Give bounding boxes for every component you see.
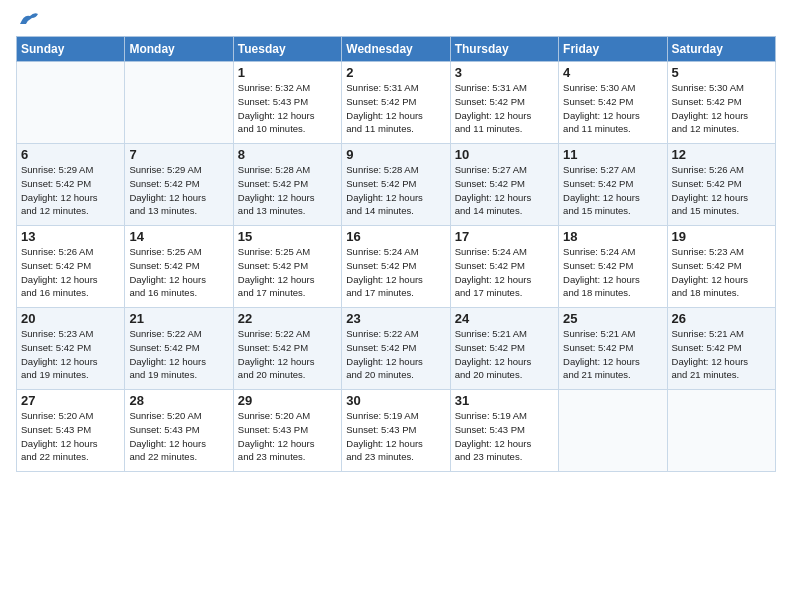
calendar-cell: 17Sunrise: 5:24 AM Sunset: 5:42 PM Dayli… xyxy=(450,226,558,308)
calendar-cell: 2Sunrise: 5:31 AM Sunset: 5:42 PM Daylig… xyxy=(342,62,450,144)
day-number: 19 xyxy=(672,229,771,244)
day-number: 1 xyxy=(238,65,337,80)
day-info: Sunrise: 5:22 AM Sunset: 5:42 PM Dayligh… xyxy=(129,327,228,382)
day-info: Sunrise: 5:29 AM Sunset: 5:42 PM Dayligh… xyxy=(129,163,228,218)
col-header-tuesday: Tuesday xyxy=(233,37,341,62)
calendar-cell: 8Sunrise: 5:28 AM Sunset: 5:42 PM Daylig… xyxy=(233,144,341,226)
day-info: Sunrise: 5:30 AM Sunset: 5:42 PM Dayligh… xyxy=(563,81,662,136)
day-info: Sunrise: 5:31 AM Sunset: 5:42 PM Dayligh… xyxy=(346,81,445,136)
col-header-friday: Friday xyxy=(559,37,667,62)
calendar-cell: 3Sunrise: 5:31 AM Sunset: 5:42 PM Daylig… xyxy=(450,62,558,144)
day-number: 6 xyxy=(21,147,120,162)
calendar-cell xyxy=(559,390,667,472)
day-info: Sunrise: 5:19 AM Sunset: 5:43 PM Dayligh… xyxy=(455,409,554,464)
calendar-cell: 7Sunrise: 5:29 AM Sunset: 5:42 PM Daylig… xyxy=(125,144,233,226)
page: SundayMondayTuesdayWednesdayThursdayFrid… xyxy=(0,0,792,612)
day-number: 30 xyxy=(346,393,445,408)
day-info: Sunrise: 5:20 AM Sunset: 5:43 PM Dayligh… xyxy=(21,409,120,464)
calendar-cell: 29Sunrise: 5:20 AM Sunset: 5:43 PM Dayli… xyxy=(233,390,341,472)
calendar: SundayMondayTuesdayWednesdayThursdayFrid… xyxy=(16,36,776,472)
day-number: 29 xyxy=(238,393,337,408)
day-info: Sunrise: 5:24 AM Sunset: 5:42 PM Dayligh… xyxy=(346,245,445,300)
col-header-saturday: Saturday xyxy=(667,37,775,62)
day-info: Sunrise: 5:27 AM Sunset: 5:42 PM Dayligh… xyxy=(563,163,662,218)
day-info: Sunrise: 5:28 AM Sunset: 5:42 PM Dayligh… xyxy=(238,163,337,218)
calendar-cell: 14Sunrise: 5:25 AM Sunset: 5:42 PM Dayli… xyxy=(125,226,233,308)
calendar-cell xyxy=(667,390,775,472)
calendar-cell: 31Sunrise: 5:19 AM Sunset: 5:43 PM Dayli… xyxy=(450,390,558,472)
logo xyxy=(16,10,40,28)
day-info: Sunrise: 5:20 AM Sunset: 5:43 PM Dayligh… xyxy=(238,409,337,464)
day-info: Sunrise: 5:22 AM Sunset: 5:42 PM Dayligh… xyxy=(238,327,337,382)
calendar-cell: 12Sunrise: 5:26 AM Sunset: 5:42 PM Dayli… xyxy=(667,144,775,226)
calendar-cell: 25Sunrise: 5:21 AM Sunset: 5:42 PM Dayli… xyxy=(559,308,667,390)
day-info: Sunrise: 5:23 AM Sunset: 5:42 PM Dayligh… xyxy=(672,245,771,300)
calendar-header-row: SundayMondayTuesdayWednesdayThursdayFrid… xyxy=(17,37,776,62)
day-number: 4 xyxy=(563,65,662,80)
calendar-cell: 6Sunrise: 5:29 AM Sunset: 5:42 PM Daylig… xyxy=(17,144,125,226)
calendar-cell: 26Sunrise: 5:21 AM Sunset: 5:42 PM Dayli… xyxy=(667,308,775,390)
day-info: Sunrise: 5:24 AM Sunset: 5:42 PM Dayligh… xyxy=(455,245,554,300)
day-number: 16 xyxy=(346,229,445,244)
day-number: 5 xyxy=(672,65,771,80)
day-number: 27 xyxy=(21,393,120,408)
day-number: 20 xyxy=(21,311,120,326)
day-number: 2 xyxy=(346,65,445,80)
day-info: Sunrise: 5:27 AM Sunset: 5:42 PM Dayligh… xyxy=(455,163,554,218)
calendar-cell: 21Sunrise: 5:22 AM Sunset: 5:42 PM Dayli… xyxy=(125,308,233,390)
calendar-cell: 5Sunrise: 5:30 AM Sunset: 5:42 PM Daylig… xyxy=(667,62,775,144)
day-number: 15 xyxy=(238,229,337,244)
calendar-week-5: 27Sunrise: 5:20 AM Sunset: 5:43 PM Dayli… xyxy=(17,390,776,472)
col-header-wednesday: Wednesday xyxy=(342,37,450,62)
day-number: 21 xyxy=(129,311,228,326)
calendar-cell: 18Sunrise: 5:24 AM Sunset: 5:42 PM Dayli… xyxy=(559,226,667,308)
day-number: 11 xyxy=(563,147,662,162)
calendar-cell: 24Sunrise: 5:21 AM Sunset: 5:42 PM Dayli… xyxy=(450,308,558,390)
calendar-cell: 19Sunrise: 5:23 AM Sunset: 5:42 PM Dayli… xyxy=(667,226,775,308)
day-info: Sunrise: 5:31 AM Sunset: 5:42 PM Dayligh… xyxy=(455,81,554,136)
calendar-cell: 10Sunrise: 5:27 AM Sunset: 5:42 PM Dayli… xyxy=(450,144,558,226)
day-number: 23 xyxy=(346,311,445,326)
day-number: 13 xyxy=(21,229,120,244)
day-number: 28 xyxy=(129,393,228,408)
day-info: Sunrise: 5:28 AM Sunset: 5:42 PM Dayligh… xyxy=(346,163,445,218)
calendar-cell: 27Sunrise: 5:20 AM Sunset: 5:43 PM Dayli… xyxy=(17,390,125,472)
col-header-thursday: Thursday xyxy=(450,37,558,62)
day-info: Sunrise: 5:25 AM Sunset: 5:42 PM Dayligh… xyxy=(238,245,337,300)
day-number: 10 xyxy=(455,147,554,162)
calendar-cell: 28Sunrise: 5:20 AM Sunset: 5:43 PM Dayli… xyxy=(125,390,233,472)
calendar-cell xyxy=(125,62,233,144)
calendar-cell: 20Sunrise: 5:23 AM Sunset: 5:42 PM Dayli… xyxy=(17,308,125,390)
day-number: 31 xyxy=(455,393,554,408)
day-number: 12 xyxy=(672,147,771,162)
calendar-week-2: 6Sunrise: 5:29 AM Sunset: 5:42 PM Daylig… xyxy=(17,144,776,226)
calendar-cell: 1Sunrise: 5:32 AM Sunset: 5:43 PM Daylig… xyxy=(233,62,341,144)
day-info: Sunrise: 5:26 AM Sunset: 5:42 PM Dayligh… xyxy=(21,245,120,300)
day-number: 14 xyxy=(129,229,228,244)
day-number: 8 xyxy=(238,147,337,162)
day-info: Sunrise: 5:25 AM Sunset: 5:42 PM Dayligh… xyxy=(129,245,228,300)
day-info: Sunrise: 5:21 AM Sunset: 5:42 PM Dayligh… xyxy=(563,327,662,382)
day-info: Sunrise: 5:19 AM Sunset: 5:43 PM Dayligh… xyxy=(346,409,445,464)
day-info: Sunrise: 5:20 AM Sunset: 5:43 PM Dayligh… xyxy=(129,409,228,464)
logo-bird-icon xyxy=(18,10,40,28)
calendar-week-4: 20Sunrise: 5:23 AM Sunset: 5:42 PM Dayli… xyxy=(17,308,776,390)
day-number: 7 xyxy=(129,147,228,162)
calendar-cell: 9Sunrise: 5:28 AM Sunset: 5:42 PM Daylig… xyxy=(342,144,450,226)
day-info: Sunrise: 5:26 AM Sunset: 5:42 PM Dayligh… xyxy=(672,163,771,218)
calendar-cell xyxy=(17,62,125,144)
day-info: Sunrise: 5:23 AM Sunset: 5:42 PM Dayligh… xyxy=(21,327,120,382)
day-info: Sunrise: 5:22 AM Sunset: 5:42 PM Dayligh… xyxy=(346,327,445,382)
day-info: Sunrise: 5:30 AM Sunset: 5:42 PM Dayligh… xyxy=(672,81,771,136)
day-info: Sunrise: 5:24 AM Sunset: 5:42 PM Dayligh… xyxy=(563,245,662,300)
day-number: 26 xyxy=(672,311,771,326)
header xyxy=(16,10,776,28)
day-info: Sunrise: 5:21 AM Sunset: 5:42 PM Dayligh… xyxy=(672,327,771,382)
calendar-week-1: 1Sunrise: 5:32 AM Sunset: 5:43 PM Daylig… xyxy=(17,62,776,144)
day-number: 3 xyxy=(455,65,554,80)
calendar-cell: 22Sunrise: 5:22 AM Sunset: 5:42 PM Dayli… xyxy=(233,308,341,390)
day-info: Sunrise: 5:29 AM Sunset: 5:42 PM Dayligh… xyxy=(21,163,120,218)
calendar-cell: 11Sunrise: 5:27 AM Sunset: 5:42 PM Dayli… xyxy=(559,144,667,226)
col-header-monday: Monday xyxy=(125,37,233,62)
col-header-sunday: Sunday xyxy=(17,37,125,62)
